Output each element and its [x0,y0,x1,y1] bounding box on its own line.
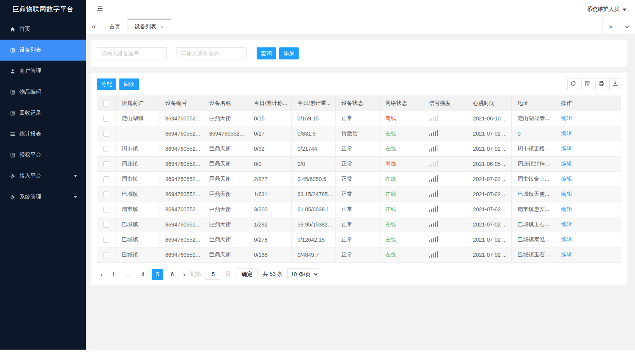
cell-merchant: 巴城镇 [116,232,159,247]
cell-merchant: 周市镇 [116,202,159,217]
select-all-checkbox[interactable] [103,101,109,106]
cell-today-count: 0/15 [248,111,292,126]
edit-link[interactable]: 编辑 [561,206,572,212]
user-menu[interactable]: 系统维护人员 [587,6,626,13]
cell-today-count: 0/138 [248,247,292,263]
sidebar-item-1[interactable]: 首页 [0,19,86,40]
refresh-button[interactable] [567,78,579,90]
edit-link[interactable]: 编辑 [561,145,572,152]
caret-down-icon [623,9,626,11]
cell-device-status: 正常 [336,217,380,232]
device-no-input[interactable] [97,47,167,59]
tab-1[interactable]: 首页 [102,19,128,34]
row-checkbox[interactable] [103,252,109,258]
signal-bar [433,193,434,197]
cell-actions: 编辑 [555,202,621,217]
sidebar-item-3[interactable]: 商户管理 [0,61,86,82]
signal-bar [431,148,432,152]
sidebar-item-5[interactable]: 回收记录 [0,103,86,124]
edit-link[interactable]: 编辑 [561,130,572,136]
sidebar-item-4[interactable]: 物品编码 [0,82,86,103]
edit-link[interactable]: 编辑 [561,251,572,258]
sidebar-item-2[interactable]: 设备列表 [0,40,86,61]
tab-2[interactable]: 设备列表× [128,19,171,34]
export-button[interactable] [609,78,621,90]
tabs-scroll-left-icon[interactable]: « [86,19,102,34]
device-name-input[interactable] [177,47,247,59]
close-icon[interactable]: × [160,24,164,30]
row-checkbox[interactable] [103,192,109,197]
cell-address: 0 [512,126,555,141]
cell-select [97,187,116,202]
signal-bar [433,178,434,182]
column-header-6: 设备状态 [336,96,380,111]
signal-bar [431,239,432,242]
row-checkbox[interactable] [103,131,109,137]
edit-link[interactable]: 编辑 [561,191,572,197]
edit-link[interactable]: 编辑 [561,176,572,182]
page-number-6[interactable]: 6 [166,269,178,280]
cell-actions: 编辑 [555,217,621,232]
page-size-select[interactable]: 10 条/页 [287,268,319,280]
page-number-4[interactable]: 4 [137,269,149,280]
user-icon [9,68,16,74]
prev-page-button[interactable]: ‹ [97,270,106,279]
columns-button[interactable] [581,78,593,90]
signal-bar [435,237,436,242]
row-checkbox[interactable] [103,116,109,122]
signal-bar [437,190,438,197]
edit-link[interactable]: 编辑 [561,221,572,227]
add-button[interactable]: 添加 [279,47,299,59]
sidebar-item-9[interactable]: 系统管理 [0,186,86,207]
sidebar-item-label: 统计报表 [19,131,41,138]
cell-heartbeat: 2021-07-02 ... [467,202,512,217]
tabs-menu-button[interactable] [619,19,635,34]
tabs-scroll-right-icon[interactable]: » [602,19,619,34]
sidebar-item-6[interactable]: 统计报表 [0,124,86,145]
page-number-1[interactable]: 1 [107,269,119,280]
cell-signal [423,157,467,172]
signal-bar [437,251,438,258]
edit-link[interactable]: 编辑 [561,236,572,242]
sidebar-item-label: 设备列表 [19,47,41,54]
row-checkbox[interactable] [103,161,109,167]
cell-device-no: 8694760552... [159,202,203,217]
signal-bar [437,160,438,167]
signal-bar [431,194,432,197]
signal-bar [433,147,434,152]
next-page-button[interactable]: › [180,270,189,279]
row-checkbox[interactable] [103,222,109,228]
edit-link[interactable]: 编辑 [561,160,572,167]
assign-button[interactable]: 分配 [97,78,116,90]
row-checkbox[interactable] [103,146,109,152]
column-header-11: 操作 [555,96,621,111]
sidebar-toggle-button[interactable] [96,5,104,14]
confirm-button[interactable]: 确定 [236,268,258,280]
signal-strength-icon [429,236,438,242]
chevron-down-icon [625,23,630,28]
sidebar-item-7[interactable]: 授权平台 [0,145,86,165]
table-tools [565,78,621,90]
cell-actions: 编辑 [555,187,621,202]
signal-bar [435,176,436,182]
cell-heartbeat: 2021-06-05 ... [467,157,512,172]
page-ellipsis: ... [122,269,134,280]
cell-address: 淀山湖晟泰... [512,111,555,126]
signal-bar [437,115,438,121]
print-button[interactable] [595,78,607,90]
edit-link[interactable]: 编辑 [561,115,572,121]
page-number-5[interactable]: 5 [152,269,163,280]
cell-heartbeat: 2021-07-02 ... [467,141,512,157]
row-checkbox[interactable] [103,207,109,212]
row-checkbox[interactable] [103,237,109,243]
total-count: 共 53 条 [262,271,282,278]
query-button[interactable]: 查询 [257,47,276,59]
home-icon [9,26,16,32]
cell-heartbeat: 2021-06-10 ... [467,111,512,126]
sidebar-item-8[interactable]: 接入平台 [0,165,86,186]
goto-page-input[interactable] [205,269,221,280]
signal-strength-icon [429,145,438,152]
recycle-button[interactable]: 回收 [119,78,139,90]
row-checkbox[interactable] [103,176,109,182]
cell-device-no: 8694760552... [159,172,203,187]
